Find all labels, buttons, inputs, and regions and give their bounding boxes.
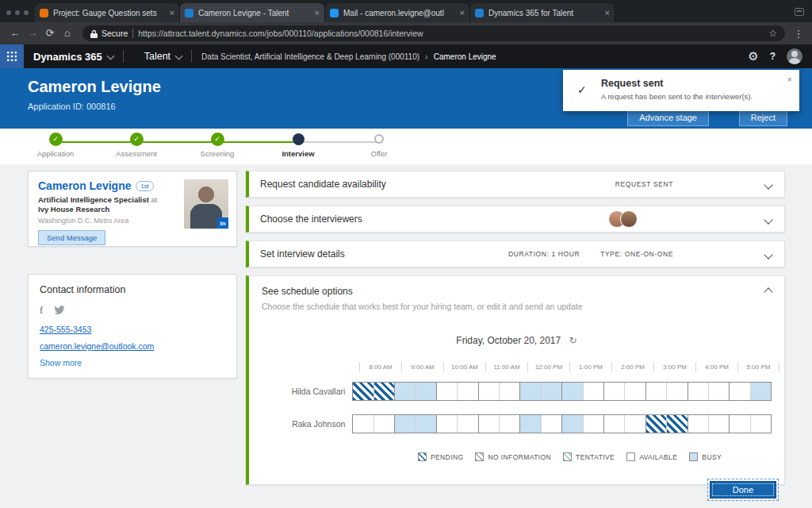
- slot-available[interactable]: [374, 415, 395, 433]
- chevron-down-icon[interactable]: [765, 252, 772, 258]
- slot-available[interactable]: [458, 415, 478, 433]
- slot-available[interactable]: [709, 383, 730, 400]
- stepper-step-application[interactable]: ✓Application: [15, 132, 96, 158]
- tab-close-icon[interactable]: ×: [315, 9, 320, 17]
- forward-icon[interactable]: →: [24, 22, 41, 44]
- stepper-step-offer[interactable]: Offer: [339, 132, 419, 158]
- slot-available[interactable]: [604, 383, 625, 400]
- slot-busy[interactable]: [751, 383, 771, 400]
- slot-busy[interactable]: [395, 383, 416, 400]
- slot-available[interactable]: [646, 383, 667, 400]
- twitter-icon[interactable]: [54, 303, 65, 318]
- browser-menu-icon[interactable]: ⋮: [791, 28, 806, 40]
- slot-available[interactable]: [353, 415, 373, 433]
- waffle-menu-icon[interactable]: [0, 44, 24, 68]
- slot-available[interactable]: [500, 415, 520, 433]
- slot-pending[interactable]: [667, 415, 688, 433]
- tab-close-icon[interactable]: ×: [170, 9, 174, 17]
- chevron-down-icon[interactable]: [765, 217, 772, 223]
- section-meta: REQUEST SENT: [615, 180, 673, 188]
- slot-available[interactable]: [584, 415, 604, 433]
- slot-available[interactable]: [437, 415, 458, 433]
- bookmark-star-icon[interactable]: ☆: [768, 28, 777, 39]
- section-choose-the-interviewers[interactable]: Choose the interviewers: [246, 206, 785, 233]
- slot-available[interactable]: [730, 383, 750, 400]
- browser-tab[interactable]: Mail - cameron.levigne@outl×: [325, 3, 470, 22]
- slot-pending[interactable]: [374, 383, 395, 400]
- email-link[interactable]: cameron.levigne@outlook.com: [40, 341, 225, 351]
- slot-available[interactable]: [667, 383, 688, 400]
- slot-pending[interactable]: [646, 415, 667, 433]
- slot-available[interactable]: [751, 415, 771, 433]
- send-message-button[interactable]: Send Message: [38, 230, 105, 245]
- chevron-down-icon[interactable]: [175, 52, 183, 60]
- facebook-icon[interactable]: f: [40, 304, 43, 317]
- browser-tab[interactable]: Dynamics 365 for Talent×: [470, 3, 615, 22]
- gear-icon[interactable]: ⚙: [748, 49, 758, 64]
- stepper-step-assessment[interactable]: ✓Assessment: [96, 132, 177, 158]
- candidate-name[interactable]: Cameron Levigne: [38, 179, 131, 192]
- slot-pending[interactable]: [353, 383, 373, 400]
- slot-available[interactable]: [458, 383, 478, 400]
- slot-busy[interactable]: [520, 383, 541, 400]
- slot-busy[interactable]: [520, 415, 541, 433]
- tab-close-icon[interactable]: ×: [460, 9, 465, 17]
- schedule-legend: PENDINGNO INFORMATIONTENTATIVEAVAILABLEB…: [359, 452, 780, 461]
- browser-toolbar: ← → ⟳ ⌂ Secure https://attract.talent.dy…: [0, 22, 812, 44]
- section-request-candidate-availability[interactable]: Request candidate availabilityREQUEST SE…: [246, 171, 785, 198]
- schedule-row: Hilda Cavallari: [262, 382, 772, 401]
- schedule-date-row: Friday, October 20, 2017 ↻: [262, 335, 772, 346]
- done-button[interactable]: Done: [710, 481, 776, 498]
- slot-busy[interactable]: [562, 383, 583, 400]
- phone-link[interactable]: 425-555-3453: [40, 325, 225, 334]
- window-controls[interactable]: [6, 10, 29, 15]
- address-bar[interactable]: Secure https://attract.talent.dynamics.c…: [82, 25, 785, 41]
- slot-available[interactable]: [542, 415, 562, 433]
- stepper-step-screening[interactable]: ✓Screening: [177, 132, 258, 158]
- slot-available[interactable]: [500, 383, 520, 400]
- chevron-down-icon[interactable]: [765, 182, 772, 188]
- talent-app-menu[interactable]: Talent: [144, 51, 170, 62]
- stepper-step-interview[interactable]: Interview: [258, 132, 339, 158]
- slot-available[interactable]: [604, 415, 625, 433]
- slot-busy[interactable]: [542, 383, 562, 400]
- time-label: 10:00 AM: [443, 362, 485, 372]
- slot-busy[interactable]: [395, 415, 416, 433]
- dynamics-365-menu[interactable]: Dynamics 365: [33, 51, 102, 63]
- slot-busy[interactable]: [416, 415, 437, 433]
- slot-available[interactable]: [437, 383, 458, 400]
- step-circle-row: ✓: [130, 132, 144, 146]
- reload-icon[interactable]: ⟳: [41, 22, 59, 44]
- browser-tab[interactable]: Project: Gauge Question sets×: [35, 3, 180, 22]
- chevron-down-icon[interactable]: [106, 52, 114, 60]
- show-more-link[interactable]: Show more: [40, 358, 225, 368]
- slot-available[interactable]: [479, 383, 500, 400]
- user-avatar[interactable]: [787, 48, 802, 64]
- back-icon[interactable]: ←: [6, 22, 24, 44]
- slot-available[interactable]: [688, 415, 709, 433]
- slot-available[interactable]: [625, 415, 645, 433]
- chevron-up-icon[interactable]: [765, 289, 772, 295]
- breadcrumb-job[interactable]: Data Scientist, Artificial Intelligence …: [201, 52, 419, 61]
- browser-profile-icon[interactable]: [795, 8, 804, 16]
- section-title[interactable]: See schedule options: [262, 286, 772, 297]
- browser-tab[interactable]: Cameron Levigne - Talent×: [180, 3, 325, 22]
- screen: Project: Gauge Question sets×Cameron Lev…: [0, 0, 812, 508]
- section-set-interview-details[interactable]: Set interview detailsDURATION: 1 HOURTYP…: [246, 241, 785, 267]
- home-icon[interactable]: ⌂: [59, 22, 76, 44]
- slot-available[interactable]: [584, 383, 604, 400]
- slot-available[interactable]: [479, 415, 500, 433]
- slot-busy[interactable]: [416, 383, 437, 400]
- legend-swatch-noinfo: [475, 452, 484, 461]
- tab-close-icon[interactable]: ×: [605, 9, 610, 17]
- candidate-company: Ivy House Research: [38, 205, 109, 214]
- breadcrumb-candidate[interactable]: Cameron Levigne: [434, 52, 496, 61]
- help-icon[interactable]: ?: [770, 51, 776, 62]
- slot-available[interactable]: [730, 415, 750, 433]
- slot-available[interactable]: [709, 415, 730, 433]
- slot-available[interactable]: [625, 383, 645, 400]
- slot-busy[interactable]: [562, 415, 583, 433]
- slot-available[interactable]: [688, 383, 709, 400]
- close-icon[interactable]: ×: [787, 75, 792, 84]
- refresh-icon[interactable]: ↻: [569, 335, 577, 346]
